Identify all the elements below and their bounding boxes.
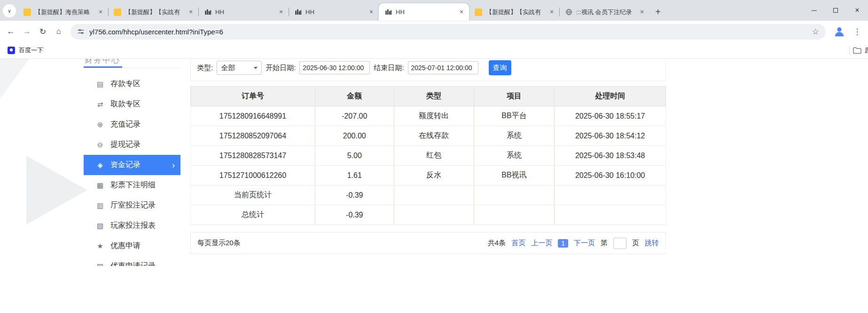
pagination-bar: 每页显示20条 共4条 首页 上一页 1 下一页 第 页 跳转 <box>190 232 666 254</box>
table-cell: 200.00 <box>315 126 394 146</box>
bookmark-star-icon[interactable]: ☆ <box>812 27 819 37</box>
tab-5[interactable]: HH× <box>379 3 469 21</box>
sidebar-item-lottery[interactable]: ▦彩票下注明细 <box>84 175 180 195</box>
tab-7[interactable]: :::视讯 会员下注纪录× <box>559 3 649 21</box>
table-cell: 总统计 <box>191 205 315 225</box>
hh-site-favicon <box>294 8 302 16</box>
sidebar-item-hall[interactable]: ▥厅室投注记录 <box>84 195 180 216</box>
background-shape <box>26 156 87 225</box>
url-text: yl756.com/hhcp/usercenter.html?iniType=6 <box>89 28 807 36</box>
sidebar-item-label: 资金记录 <box>110 160 141 170</box>
type-label: 类型: <box>197 64 213 72</box>
forum-favicon <box>23 8 31 16</box>
page-jump-input[interactable] <box>613 238 626 249</box>
tab-title: HH <box>215 8 274 16</box>
jump-suffix-label: 页 <box>632 239 639 248</box>
withdraw-icon: ⇄ <box>96 100 104 109</box>
sidebar-item-deposit[interactable]: ▤存款专区 <box>84 74 180 94</box>
tab-1[interactable]: 【新提醒】海燕策略× <box>18 3 108 21</box>
sidebar-item-recharge[interactable]: ⊕充值记录 <box>84 114 180 135</box>
sidebar-item-label: 优惠申请 <box>110 241 141 251</box>
table-cell: 1751271000612260 <box>191 166 315 185</box>
table-header-cell: 订单号 <box>191 87 315 106</box>
type-select[interactable]: 全部 <box>217 61 262 75</box>
table-cell: 系统 <box>474 126 555 146</box>
maximize-button[interactable] <box>825 0 846 21</box>
records-table: 订单号金额类型项目处理时间 1751280916648991-207.00额度转… <box>190 86 666 225</box>
type-select-value: 全部 <box>221 64 235 72</box>
jump-link[interactable]: 跳转 <box>645 239 659 248</box>
sidebar-item-funds[interactable]: ◈资金记录› <box>84 155 180 175</box>
browser-window: ∨ 【新提醒】海燕策略×【新提醒】【实战有×HH×HH×HH×【新提醒】【实战有… <box>0 0 868 313</box>
table-cell: 5.00 <box>315 146 394 166</box>
sidebar-item-label: 提现记录 <box>110 140 141 150</box>
all-bookmarks[interactable]: 原 <box>849 46 868 55</box>
sidebar-item-cashout[interactable]: ⊖提现记录 <box>84 135 180 155</box>
profile-avatar[interactable] <box>832 24 846 39</box>
minimize-button[interactable] <box>803 0 825 21</box>
table-cell: BB平台 <box>474 106 555 126</box>
table-cell: 反水 <box>394 166 474 185</box>
baidu-favicon <box>8 47 15 54</box>
home-button[interactable]: ⌂ <box>51 24 67 40</box>
table-cell <box>555 185 666 205</box>
prev-page-link[interactable]: 上一页 <box>531 239 552 248</box>
report-icon: ▧ <box>96 222 104 230</box>
tab-close-icon[interactable]: × <box>458 8 465 16</box>
table-cell: 2025-06-30 16:10:00 <box>555 166 666 185</box>
sidebar-item-report[interactable]: ▧玩家投注报表 <box>84 216 180 236</box>
bookmark-baidu[interactable]: 百度一下 <box>5 45 46 56</box>
site-info-icon[interactable] <box>77 28 85 35</box>
tab-close-icon[interactable]: × <box>548 8 555 16</box>
new-tab-button[interactable]: + <box>651 5 665 18</box>
tab-close-icon[interactable]: × <box>638 8 646 16</box>
query-button[interactable]: 查询 <box>489 60 511 75</box>
person-icon <box>833 25 845 38</box>
close-window-button[interactable]: × <box>846 0 868 21</box>
start-date-input[interactable] <box>299 61 370 74</box>
filter-panel: 类型: 全部 开始日期: 结束日期: 查询 <box>190 59 666 81</box>
deposit-icon: ▤ <box>96 80 104 88</box>
tab-2[interactable]: 【新提醒】【实战有× <box>108 3 198 21</box>
tab-bar: ∨ 【新提醒】海燕策略×【新提醒】【实战有×HH×HH×HH×【新提醒】【实战有… <box>0 0 868 21</box>
tab-3[interactable]: HH× <box>198 3 289 21</box>
cashout-icon: ⊖ <box>96 141 104 149</box>
sidebar-item-promo2[interactable]: ▨优惠申请记录 <box>84 256 180 266</box>
table-cell: 2025-06-30 18:53:48 <box>555 146 666 166</box>
table-cell: 当前页统计 <box>191 185 315 205</box>
tab-close-icon[interactable]: × <box>97 8 104 16</box>
sidebar-item-withdraw[interactable]: ⇄取款专区 <box>84 94 180 114</box>
tab-search-button[interactable]: ∨ <box>3 4 16 17</box>
window-controls: × <box>803 0 868 21</box>
table-header-row: 订单号金额类型项目处理时间 <box>191 87 666 106</box>
start-date-label: 开始日期: <box>266 64 296 72</box>
forward-button[interactable]: → <box>19 24 35 40</box>
table-row: 当前页统计-0.39 <box>191 185 666 205</box>
tab-close-icon[interactable]: × <box>277 8 285 16</box>
table-cell: BB视讯 <box>474 166 555 185</box>
bookmark-label: 百度一下 <box>19 46 43 55</box>
next-page-link[interactable]: 下一页 <box>574 239 595 248</box>
address-bar[interactable]: yl756.com/hhcp/usercenter.html?iniType=6… <box>70 24 826 40</box>
close-icon: × <box>855 6 859 15</box>
sidebar-item-label: 取款专区 <box>110 99 141 109</box>
tab-close-icon[interactable]: × <box>368 8 375 16</box>
reload-button[interactable]: ↻ <box>35 24 51 40</box>
table-cell: 在线存款 <box>394 126 474 146</box>
table-header-cell: 类型 <box>394 87 474 106</box>
current-page[interactable]: 1 <box>558 239 568 248</box>
back-button[interactable]: ← <box>3 24 19 40</box>
tab-title: HH <box>396 8 454 16</box>
table-cell: 1751280916648991 <box>191 106 315 126</box>
browser-menu-icon[interactable]: ⋮ <box>849 24 865 40</box>
tab-4[interactable]: HH× <box>289 3 379 21</box>
tab-close-icon[interactable]: × <box>187 8 195 16</box>
table-cell <box>474 205 555 225</box>
end-date-input[interactable] <box>408 61 478 74</box>
maximize-icon <box>833 8 838 13</box>
tab-6[interactable]: 【新提醒】【实战有× <box>469 3 559 21</box>
sidebar-item-promo[interactable]: ★优惠申请 <box>84 236 180 256</box>
first-page-link[interactable]: 首页 <box>511 239 525 248</box>
table-row: 17512710006122601.61反水BB视讯2025-06-30 16:… <box>191 166 666 185</box>
table-header-cell: 处理时间 <box>555 87 666 106</box>
